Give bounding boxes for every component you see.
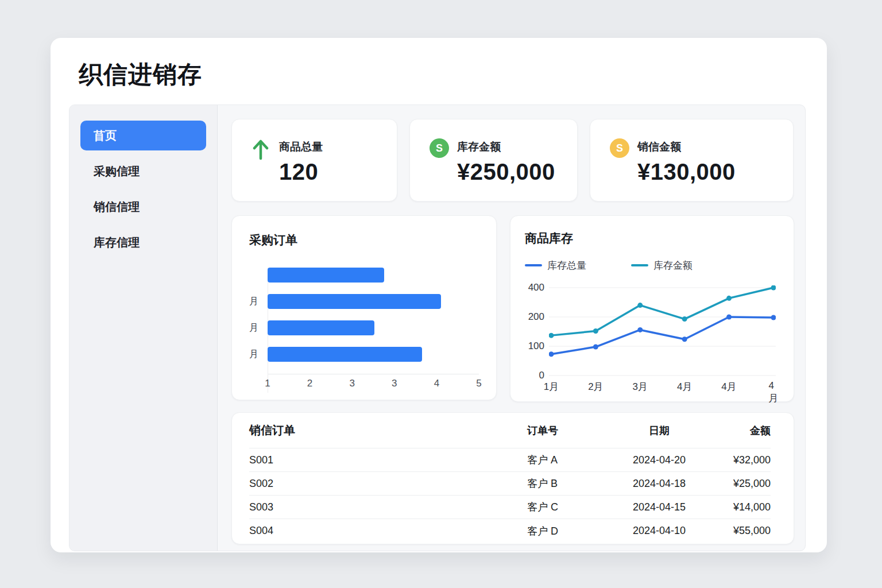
cell-customer: 客户 D <box>527 524 613 538</box>
table-title: 销信订单 <box>249 423 527 438</box>
line-y-tick: 400 <box>528 282 544 293</box>
bar-rows: 月月月 <box>249 268 479 362</box>
sidebar-item-1[interactable]: 采购信理 <box>80 156 206 186</box>
table-header-row: 销信订单 订单号 日期 金额 <box>249 413 771 448</box>
legend-label: 库存总量 <box>547 259 586 272</box>
bar-category-label: 月 <box>249 296 268 308</box>
table-header-date: 日期 <box>613 424 705 438</box>
bar-category-label: 月 <box>249 322 268 334</box>
stat-value: ¥130,000 <box>637 159 736 185</box>
bar-chart-plot: 月月月 123345 <box>249 268 479 393</box>
page-title: 织信进销存 <box>79 59 827 91</box>
line-x-tick: 1月 <box>544 380 559 393</box>
bar-x-tick: 5 <box>476 378 481 389</box>
bar-x-tick: 3 <box>392 378 397 389</box>
bar-x-tick: 3 <box>349 378 354 389</box>
bar <box>268 320 374 335</box>
stat-card-inventory-amount: S 库存金额 ¥250,000 <box>409 119 578 202</box>
bar-row <box>249 268 479 283</box>
table-row: S001客户 A2024-04-20¥32,000 <box>249 448 771 472</box>
cell-date: 2024-04-20 <box>613 454 705 466</box>
line-chart-canvas <box>549 285 776 377</box>
table-header-amount: 金额 <box>705 424 771 438</box>
table-header-order-no: 订单号 <box>527 424 613 438</box>
legend-label: 库存金额 <box>653 259 693 272</box>
stat-label: 销信金额 <box>637 140 736 154</box>
line-chart-plot: 0100200400 <box>525 285 775 377</box>
sidebar-nav: 苜页采购信理销信信理库存信理 <box>69 105 218 551</box>
sidebar-item-2[interactable]: 销信信理 <box>80 192 206 222</box>
cell-date: 2024-04-15 <box>613 501 705 513</box>
stat-icon-wrap: S <box>430 138 457 201</box>
legend-line-swatch <box>525 264 542 266</box>
purchase-orders-bar-chart-card: 采购订单 月月月 123345 <box>231 215 497 400</box>
bar-chart-x-ticks: 123345 <box>268 378 479 393</box>
bar-category-label: 月 <box>249 349 268 361</box>
line-chart-title: 商品库存 <box>525 230 775 246</box>
stat-card-sales-amount: S 销信金额 ¥130,000 <box>590 119 794 202</box>
table-row: S002客户 B2024-04-18¥25,000 <box>249 472 771 496</box>
bar-chart-x-axis-line <box>268 374 479 374</box>
main-panel: 苜页采购信理销信信理库存信理 商品总量 120 <box>69 105 806 551</box>
stat-value: 120 <box>279 159 323 185</box>
cell-order-id: S002 <box>249 478 527 490</box>
legend-item[interactable]: 库存金额 <box>631 259 693 272</box>
bar-row: 月 <box>249 347 479 362</box>
cell-customer: 客户 A <box>527 453 613 467</box>
circle-s-icon: S <box>430 138 449 158</box>
stat-texts: 销信金额 ¥130,000 <box>637 138 736 201</box>
bar-track <box>268 294 479 309</box>
app-window: 织信进销存 苜页采购信理销信信理库存信理 商品总量 <box>51 38 827 552</box>
stat-label: 商品总量 <box>279 140 323 154</box>
line-chart-y-ticks: 0100200400 <box>525 285 549 377</box>
bar-track <box>268 347 479 362</box>
bar <box>268 268 384 283</box>
table-row: S003客户 C2024-04-15¥14,000 <box>249 496 771 519</box>
bar <box>268 347 422 362</box>
bar-chart-title: 采购订单 <box>249 232 479 248</box>
cell-amount: ¥55,000 <box>705 525 771 537</box>
stat-icon-wrap: S <box>610 138 637 201</box>
sidebar-item-3[interactable]: 库存信理 <box>80 227 206 257</box>
stat-texts: 库存金额 ¥250,000 <box>457 138 555 201</box>
sales-orders-table-card: 销信订单 订单号 日期 金额 S001客户 A2024-04-20¥32,000… <box>231 412 794 544</box>
cell-order-id: S004 <box>249 525 527 537</box>
table-body: S001客户 A2024-04-20¥32,000S002客户 B2024-04… <box>249 448 771 543</box>
legend-item[interactable]: 库存总量 <box>525 259 586 272</box>
stat-texts: 商品总量 120 <box>279 138 323 201</box>
line-y-tick: 100 <box>528 341 544 352</box>
cell-customer: 客户 B <box>527 477 613 490</box>
arrow-up-icon <box>252 138 270 160</box>
line-x-tick: 4月 <box>769 380 779 405</box>
circle-s-icon: S <box>610 138 629 158</box>
cell-date: 2024-04-18 <box>613 478 705 490</box>
bar-row: 月 <box>249 294 479 309</box>
line-x-tick: 2月 <box>588 380 603 393</box>
line-x-tick: 4月 <box>721 380 736 393</box>
charts-row: 采购订单 月月月 123345 商品库存 库存总量库存金额 0100200400 <box>231 215 794 402</box>
bar-track <box>268 268 479 283</box>
bar <box>268 294 441 309</box>
stat-icon-wrap <box>252 138 279 201</box>
line-chart-svg <box>549 285 776 377</box>
sidebar-item-0[interactable]: 苜页 <box>80 121 206 150</box>
line-y-tick: 0 <box>539 370 544 381</box>
line-x-tick: 3月 <box>633 380 648 393</box>
cell-amount: ¥25,000 <box>705 478 771 490</box>
line-y-tick: 200 <box>528 311 544 323</box>
cell-order-id: S003 <box>249 501 527 513</box>
inventory-line-chart-card: 商品库存 库存总量库存金额 0100200400 1月2月3月4月4月4月 <box>510 215 794 402</box>
legend-line-swatch <box>631 264 648 266</box>
stat-card-products: 商品总量 120 <box>231 119 397 202</box>
line-chart-legend: 库存总量库存金额 <box>525 258 775 272</box>
cell-amount: ¥14,000 <box>705 501 771 513</box>
cell-order-id: S001 <box>249 454 527 466</box>
bar-x-tick: 4 <box>434 378 439 389</box>
table-row: S004客户 D2024-04-10¥55,000 <box>249 519 771 543</box>
line-x-tick: 4月 <box>677 380 692 393</box>
bar-track <box>268 320 479 335</box>
cell-customer: 客户 C <box>527 500 613 514</box>
bar-x-tick: 2 <box>307 378 312 389</box>
bar-row: 月 <box>249 320 479 335</box>
line-chart-x-ticks: 1月2月3月4月4月4月 <box>549 380 776 394</box>
